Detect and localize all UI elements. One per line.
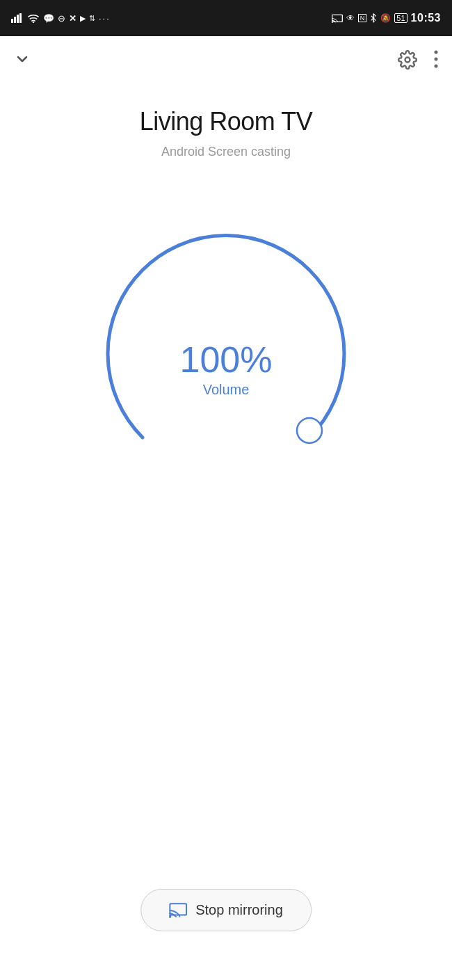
main-content: Living Room TV Android Screen casting (0, 86, 452, 486)
svg-point-13 (435, 51, 438, 54)
svg-rect-1 (14, 17, 16, 23)
status-bar: 💬 ⊖ ✕ ▶ ⇅ ··· 👁 N 🔕 (0, 0, 452, 36)
svg-rect-3 (19, 13, 22, 23)
volume-dial[interactable]: 100% Volume (94, 222, 358, 486)
volume-percent: 100% (180, 339, 273, 380)
svg-point-14 (435, 58, 438, 61)
volume-label: Volume (203, 382, 250, 398)
svg-rect-2 (17, 15, 19, 23)
svg-point-15 (435, 65, 438, 68)
notification-muted-icon: 🔕 (380, 13, 391, 23)
casting-subtitle: Android Screen casting (161, 145, 291, 159)
stop-mirroring-label: Stop mirroring (195, 902, 283, 918)
youtube-icon: ▶ (80, 14, 86, 23)
svg-point-16 (297, 418, 322, 443)
data-icon: ⇅ (89, 14, 95, 23)
status-time: 10:53 (411, 12, 441, 24)
cast-status-icon (332, 13, 343, 23)
app-bar (0, 36, 452, 86)
status-left-icons: 💬 ⊖ ✕ ▶ ⇅ ··· (11, 13, 111, 24)
signal-icon (11, 13, 24, 23)
nfc-icon: N (358, 14, 367, 22)
x-icon: ✕ (69, 13, 76, 24)
wifi-icon (27, 13, 40, 23)
volume-display: 100% Volume (180, 339, 273, 398)
svg-point-12 (405, 58, 410, 63)
svg-rect-0 (11, 19, 13, 23)
battery-level: 51 (396, 14, 405, 22)
device-title: Living Room TV (140, 107, 312, 136)
eye-icon: 👁 (346, 13, 355, 23)
dnd-icon: ⊖ (58, 13, 65, 24)
svg-point-4 (33, 22, 34, 23)
messenger-icon: 💬 (43, 13, 54, 24)
settings-button[interactable] (398, 50, 417, 72)
more-options-button[interactable] (434, 50, 438, 72)
stop-mirroring-button[interactable]: Stop mirroring (140, 889, 312, 931)
bluetooth-icon (370, 13, 377, 23)
battery-icon: 51 (394, 13, 407, 23)
back-chevron-button[interactable] (14, 51, 31, 72)
dots-icon: ··· (99, 13, 111, 24)
status-right-icons: 👁 N 🔕 51 10:53 (332, 12, 441, 24)
cast-icon (169, 903, 187, 918)
